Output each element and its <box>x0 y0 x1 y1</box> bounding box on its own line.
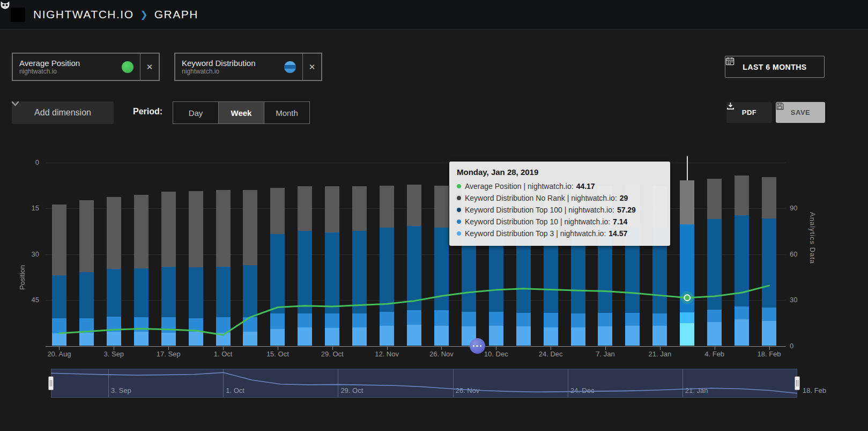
bar-segment[interactable] <box>134 268 149 317</box>
bar-segment[interactable] <box>735 306 749 319</box>
bar-segment[interactable] <box>652 313 667 326</box>
bar-segment[interactable] <box>598 313 612 327</box>
bar-segment[interactable] <box>79 272 94 318</box>
bar-segment[interactable] <box>407 185 421 226</box>
bar-segment[interactable] <box>161 317 176 333</box>
bar-segment[interactable] <box>516 326 531 346</box>
bar-segment[interactable] <box>407 226 421 310</box>
bar-segment[interactable] <box>189 332 203 346</box>
bar-segment[interactable] <box>707 322 722 346</box>
bar-segment[interactable] <box>134 317 149 332</box>
bar-segment[interactable] <box>489 326 503 346</box>
bar-segment[interactable] <box>407 310 421 325</box>
navigator-right-handle[interactable] <box>795 376 800 390</box>
bar-segment[interactable] <box>571 327 585 346</box>
bar-segment[interactable] <box>380 228 394 312</box>
bar-segment[interactable] <box>489 312 503 326</box>
bar-segment[interactable] <box>161 192 176 267</box>
add-dimension-button[interactable]: Add dimension <box>12 101 114 124</box>
remove-dimension-button[interactable]: ✕ <box>140 54 159 80</box>
remove-dimension-button[interactable]: ✕ <box>303 54 321 80</box>
bar-segment[interactable] <box>79 318 94 333</box>
bar-segment[interactable] <box>325 186 339 232</box>
bar-segment[interactable] <box>544 327 558 346</box>
nightwatch-logo-icon[interactable] <box>11 8 25 22</box>
bar-segment[interactable] <box>52 275 66 318</box>
period-tab-day[interactable]: Day <box>173 102 219 123</box>
bar-segment[interactable] <box>652 326 667 346</box>
bar-segment[interactable] <box>52 333 66 346</box>
bar-segment[interactable] <box>407 325 421 346</box>
bar-segment[interactable] <box>298 327 312 346</box>
bar-segment[interactable] <box>325 232 339 313</box>
bar-segment[interactable] <box>762 177 776 218</box>
bar-segment[interactable] <box>434 186 449 228</box>
bar-segment[interactable] <box>544 313 558 327</box>
bar-segment[interactable] <box>216 317 231 333</box>
bar-segment[interactable] <box>325 328 339 346</box>
bar-segment[interactable] <box>762 321 776 346</box>
bar-segment[interactable] <box>680 180 694 225</box>
bar-segment[interactable] <box>625 313 640 326</box>
bar-segment[interactable] <box>598 326 612 346</box>
bar-segment[interactable] <box>352 231 367 313</box>
bar-segment[interactable] <box>270 313 285 329</box>
bar-segment[interactable] <box>625 326 640 346</box>
bar-segment[interactable] <box>680 312 694 323</box>
bar-segment[interactable] <box>189 318 203 332</box>
annotation-badge[interactable] <box>470 338 485 354</box>
bar-segment[interactable] <box>161 333 176 346</box>
bar-segment[interactable] <box>243 317 257 332</box>
bar-segment[interactable] <box>680 323 694 346</box>
bar-segment[interactable] <box>352 186 367 231</box>
bar-segment[interactable] <box>707 310 722 322</box>
bar-segment[interactable] <box>298 186 312 231</box>
bar-segment[interactable] <box>325 313 339 328</box>
bar-segment[interactable] <box>735 176 749 215</box>
bar-segment[interactable] <box>762 218 776 308</box>
bar-segment[interactable] <box>380 312 394 326</box>
bar-segment[interactable] <box>189 191 203 268</box>
bar-segment[interactable] <box>462 312 476 326</box>
bar-segment[interactable] <box>380 326 394 346</box>
pdf-button[interactable]: PDF <box>726 102 772 123</box>
bar-segment[interactable] <box>216 333 231 346</box>
bar-segment[interactable] <box>243 332 257 346</box>
navigator-left-handle[interactable] <box>48 376 54 390</box>
bar-segment[interactable] <box>298 231 312 313</box>
period-tab-week[interactable]: Week <box>219 102 264 123</box>
bar-segment[interactable] <box>107 332 121 346</box>
bar-segment[interactable] <box>134 195 149 268</box>
bar-segment[interactable] <box>707 219 722 309</box>
bar-segment[interactable] <box>79 333 94 346</box>
bar-segment[interactable] <box>434 326 449 346</box>
bar-segment[interactable] <box>434 310 449 326</box>
period-tab-month[interactable]: Month <box>264 102 309 123</box>
bar-segment[interactable] <box>52 318 66 334</box>
bar-segment[interactable] <box>270 329 285 346</box>
bar-segment[interactable] <box>243 265 257 317</box>
bar-segment[interactable] <box>380 186 394 228</box>
bar-segment[interactable] <box>107 197 121 269</box>
bar-segment[interactable] <box>571 313 585 327</box>
bar-segment[interactable] <box>434 228 449 310</box>
bar-segment[interactable] <box>298 313 312 327</box>
bar-segment[interactable] <box>735 319 749 346</box>
bar-segment[interactable] <box>352 327 367 346</box>
bar-segment[interactable] <box>243 190 257 265</box>
date-range-button[interactable]: LAST 6 MONTHS <box>725 56 825 78</box>
bar-segment[interactable] <box>762 308 776 322</box>
save-button[interactable]: SAVE <box>776 102 825 123</box>
bar-segment[interactable] <box>107 269 121 317</box>
bar-segment[interactable] <box>189 267 203 318</box>
bar-segment[interactable] <box>134 332 149 346</box>
bar-segment[interactable] <box>52 204 66 275</box>
bar-segment[interactable] <box>216 190 231 267</box>
bar-segment[interactable] <box>216 267 231 317</box>
bar-segment[interactable] <box>707 179 722 220</box>
bar-segment[interactable] <box>79 200 94 272</box>
bar-segment[interactable] <box>107 317 121 332</box>
brand-link[interactable]: NIGHTWATCH.IO <box>33 8 133 21</box>
bar-segment[interactable] <box>352 313 367 327</box>
bar-segment[interactable] <box>680 224 694 312</box>
